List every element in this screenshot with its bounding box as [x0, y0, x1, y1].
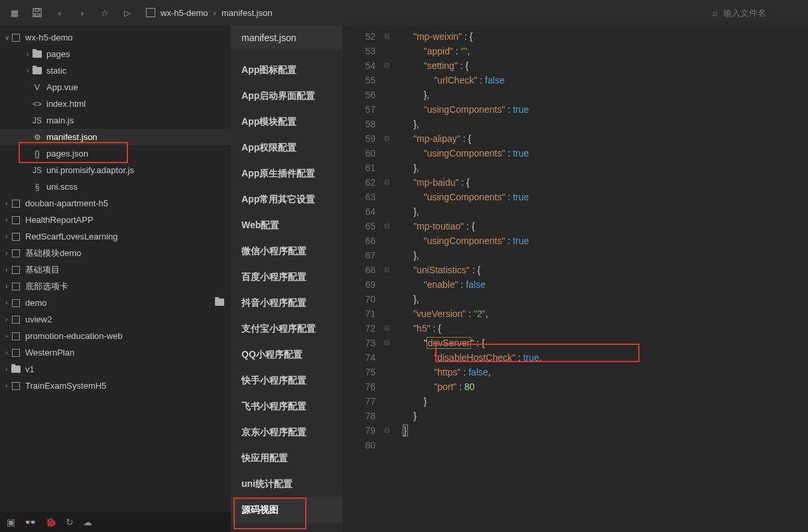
tree-item[interactable]: ›pages — [0, 46, 231, 62]
tree-item[interactable]: VApp.vue — [0, 79, 231, 96]
tree-item[interactable]: ›WesternPlan — [0, 344, 231, 361]
tree-item[interactable]: ›底部选项卡 — [0, 278, 231, 295]
panel-item[interactable]: 支付宝小程序配置 — [231, 316, 342, 342]
file-explorer: ∨wx-h5-demo›pages›staticVApp.vue<>index.… — [0, 25, 231, 532]
save-icon[interactable] — [28, 3, 46, 22]
tree-item[interactable]: JSmain.js — [0, 112, 231, 129]
search-icon[interactable]: ⌕ — [712, 8, 718, 18]
panel-item[interactable]: Web配置 — [231, 212, 342, 238]
tree-item[interactable]: ∨wx-h5-demo — [0, 29, 231, 46]
breadcrumb-file[interactable]: manifest.json — [222, 8, 273, 18]
panel-item[interactable]: 微信小程序配置 — [231, 238, 342, 264]
run-icon[interactable]: ▷ — [118, 3, 137, 22]
panel-item[interactable]: App启动界面配置 — [231, 83, 342, 109]
tree-item[interactable]: ›基础模块demo — [0, 245, 231, 261]
search-input[interactable] — [723, 8, 803, 18]
tree-item[interactable]: ⚙manifest.json — [0, 129, 231, 145]
panel-title: manifest.json — [231, 25, 342, 50]
terminal-icon[interactable]: ▣ — [7, 517, 15, 527]
breadcrumb-project[interactable]: wx-h5-demo — [161, 8, 208, 18]
tree-item[interactable]: ›promotion-education-web — [0, 328, 231, 344]
tree-item[interactable]: ›基础项目 — [0, 261, 231, 278]
breadcrumb-separator: › — [214, 8, 216, 18]
tree-item[interactable]: <>index.html — [0, 96, 231, 112]
manifest-panel: manifest.json App图标配置App启动界面配置App模块配置App… — [231, 25, 342, 532]
panel-item[interactable]: 抖音小程序配置 — [231, 290, 342, 316]
status-bar: ▣ 👓 🐞 ↻ ☁ — [0, 512, 231, 532]
app-icon[interactable]: ▦ — [5, 3, 24, 22]
binoculars-icon[interactable]: 👓 — [25, 517, 36, 527]
panel-item[interactable]: uni统计配置 — [231, 471, 342, 497]
breadcrumb: wx-h5-demo › manifest.json — [141, 8, 272, 18]
bug-icon[interactable]: 🐞 — [45, 517, 56, 527]
tree-item[interactable]: {}pages.json — [0, 145, 231, 162]
tree-item[interactable]: ›demo — [0, 295, 231, 311]
panel-item[interactable]: 源码视图 — [231, 497, 342, 523]
svg-rect-2 — [35, 9, 39, 11]
panel-item[interactable]: App模块配置 — [231, 109, 342, 135]
panel-item[interactable]: QQ小程序配置 — [231, 342, 342, 367]
star-icon[interactable]: ☆ — [96, 3, 114, 22]
tree-item[interactable]: ›HealthReportAPP — [0, 212, 231, 228]
tree-item[interactable]: §uni.scss — [0, 178, 231, 195]
panel-item[interactable]: 快手小程序配置 — [231, 367, 342, 393]
cloud-icon[interactable]: ☁ — [83, 517, 92, 527]
tree-item[interactable]: JSuni.promisify.adaptor.js — [0, 162, 231, 178]
nav-forward-icon[interactable]: › — [73, 3, 92, 22]
panel-item[interactable]: App原生插件配置 — [231, 161, 342, 186]
tree-item[interactable]: ›static — [0, 62, 231, 79]
tree-item[interactable]: ›RedScarfLovesLearning — [0, 228, 231, 245]
nav-back-icon[interactable]: ‹ — [50, 3, 69, 22]
tree-item[interactable]: ›v1 — [0, 361, 231, 377]
panel-item[interactable]: 百度小程序配置 — [231, 264, 342, 290]
code-editor[interactable]: 5253545556575859606162636465666768697071… — [342, 25, 808, 532]
svg-rect-1 — [34, 14, 40, 16]
project-icon — [146, 8, 155, 17]
tree-item[interactable]: ›douban-apartment-h5 — [0, 195, 231, 212]
sync-icon[interactable]: ↻ — [66, 517, 74, 527]
tree-item[interactable]: ›uview2 — [0, 311, 231, 328]
search-area: ⌕ — [712, 8, 803, 18]
tree-item[interactable]: ›TrainExamSystemH5 — [0, 377, 231, 394]
panel-item[interactable]: 快应用配置 — [231, 445, 342, 471]
panel-item[interactable]: 京东小程序配置 — [231, 419, 342, 445]
panel-item[interactable]: App常用其它设置 — [231, 186, 342, 212]
panel-item[interactable]: 飞书小程序配置 — [231, 393, 342, 419]
panel-item[interactable]: App图标配置 — [231, 57, 342, 83]
panel-item[interactable]: App权限配置 — [231, 135, 342, 161]
topbar: ▦ ‹ › ☆ ▷ wx-h5-demo › manifest.json ⌕ — [0, 0, 808, 25]
